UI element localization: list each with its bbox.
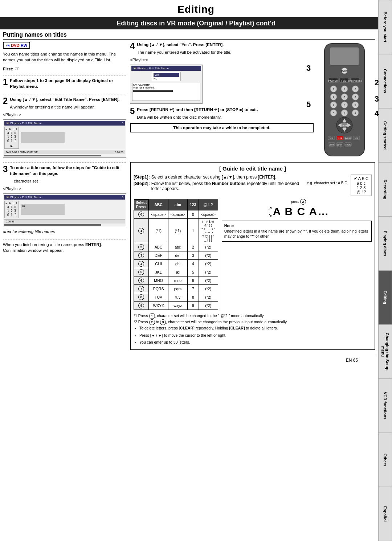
n123-6: 6: [188, 276, 199, 284]
playlist-screenshot-4: 📼 Playlist - Edit Title Name Yes No MY F…: [130, 65, 203, 104]
sym-7: (*2): [199, 284, 218, 293]
guide-title: [ Guide to edit title name ]: [134, 165, 372, 172]
svg-text:PWR: PWR: [341, 70, 348, 73]
page-wrapper: Editing Editing discs in VR mode (Origin…: [0, 0, 392, 367]
page-num-bar: EN 65: [3, 356, 375, 364]
sidebar-tab-editing[interactable]: Editing: [378, 270, 392, 324]
pb-time-3: 0:00:59: [6, 220, 14, 223]
sidebar-tab-vcr-functions[interactable]: VCR functions: [378, 379, 392, 433]
pb-bottom-2: JAN/ 1/06 1:00AM CH12 XP 0:00:59: [4, 150, 125, 154]
abc-line-4: @ ! ?: [5, 139, 18, 143]
sidebar-tab-recording[interactable]: Recording: [378, 162, 392, 216]
circ-6: 6: [138, 278, 144, 283]
table-row: 4 GHI ghi 4 (*2): [134, 259, 218, 268]
svg-rect-1: [330, 47, 359, 65]
abc-grid-2: ✔ A B C a b c 1 2 3 @ ! ?: [5, 128, 18, 143]
footnote-list: To delete letters, press [CLEAR] repeate…: [134, 325, 372, 345]
two-col-layout: VR DVD -RW You can name titles and chang…: [3, 42, 375, 353]
svg-text:3: 3: [355, 88, 356, 90]
pb-time-2: 0:00:59: [115, 151, 123, 153]
warning-text: This operation may take a while to be co…: [173, 126, 270, 130]
circ-3: 3: [138, 253, 144, 258]
playlist-screenshot-2: 📼 Playlist - Edit Title Name 3 ✔ A B C a…: [3, 119, 126, 158]
sidebar-tab-playing-discs[interactable]: Playing discs: [378, 216, 392, 270]
num-cell-3: 3: [134, 251, 149, 259]
svg-text:PLAY: PLAY: [342, 124, 347, 127]
n123-4: 4: [188, 259, 199, 268]
step2-number: 2: [3, 97, 8, 105]
mi-text: Mi: [22, 205, 25, 208]
pb-num-2: 3: [122, 122, 123, 125]
guide-step2-label: [Step2]:: [134, 181, 150, 191]
step4-text: Using [▲ / ▼], select "Yes". Press [ENTE…: [130, 42, 314, 48]
step2-bold: Using [▲ / ▼], select "Edit Title Name".…: [10, 97, 119, 102]
svg-text:2: 2: [344, 88, 345, 90]
n123-1: 1: [188, 218, 199, 243]
char-table: Select Press ABC abc 123 @ ! ?: [134, 199, 218, 310]
finish-text: When you finish entering a title name, p…: [3, 242, 126, 253]
guide-table-note-area: Select Press ABC abc 123 @ ! ?: [134, 199, 372, 310]
abca-text: A B C A…: [273, 205, 329, 218]
circ-2-press: 2: [300, 199, 306, 205]
down-arrow: ↘: [268, 212, 272, 218]
pb-bottom-3: 0:00:59: [4, 219, 125, 224]
remote-num-3: 3: [306, 63, 311, 73]
note-title: Note:: [224, 224, 234, 228]
pb2-title-4: 📼 Playlist - Edit Title Name: [131, 66, 201, 71]
circ-5: 5: [138, 269, 144, 275]
char-table-header: Select Press ABC abc 123 @ ! ?: [134, 199, 218, 210]
guide-steps-area: [Step1]: Select a desired character set …: [134, 175, 372, 196]
guide-table-area: Select Press ABC abc 123 @ ! ?: [134, 199, 218, 310]
step2-block: 2 Using [▲ / ▼], select "Edit Title Name…: [3, 97, 126, 159]
abc-lower-3: def: [168, 251, 187, 259]
up-arrow: ↗: [268, 205, 272, 211]
remote-num-3b: 3: [375, 94, 379, 104]
guide-box: [ Guide to edit title name ] [Step1]: Se…: [130, 162, 375, 350]
step2-text: Using [▲ / ▼], select "Edit Title Name".…: [3, 97, 126, 102]
wait-text: Wait for a moment.: [133, 86, 199, 89]
sidebar-tab-setup-menu[interactable]: Changing the Setup menu: [378, 325, 392, 379]
abc-9: WXYZ: [149, 301, 168, 310]
sidebar-tab-before-you-start[interactable]: Before you start: [378, 0, 392, 54]
abc-lower-7: pqrs: [168, 284, 187, 293]
num-cell-6: 6: [134, 276, 149, 284]
circ-8: 8: [138, 294, 144, 300]
abc-6: MNO: [149, 276, 168, 284]
sidebar-tab-others[interactable]: Others: [378, 433, 392, 487]
step3-char-set: character set: [14, 178, 126, 184]
sidebar-tab-getting-started[interactable]: Getting started: [378, 108, 392, 162]
abc-7: PQRS: [149, 284, 168, 293]
first-bold: First:: [3, 67, 13, 71]
svg-text:7: 7: [333, 104, 334, 106]
abc-line-1: ✔ A B C: [5, 128, 18, 131]
divider-3: [3, 162, 126, 163]
area-text: area for entering title names: [3, 229, 126, 234]
svg-text:STOP: STOP: [337, 137, 342, 139]
abc3-line-1: ✔ A B C: [5, 202, 18, 205]
footnote-5: You can enter up to 30 letters.: [139, 339, 372, 345]
sym-3: (*2): [199, 251, 218, 259]
remote-num-5: 5: [306, 100, 311, 109]
step3-bold: To enter a title name, follow the steps …: [10, 165, 119, 176]
abc-8: TUV: [149, 293, 168, 301]
circ-7: 7: [138, 286, 144, 292]
svg-text:SKIP: SKIP: [329, 137, 334, 139]
circ-2: 2: [138, 244, 144, 250]
abc-lower-5: jkl: [168, 268, 187, 276]
step1-bold: Follow steps 1 to 3 on page 64 to displa…: [10, 78, 113, 89]
pb2-text-area-4: MY FAVORITE Wait for a moment.: [132, 83, 200, 101]
svg-text:ZOOM: ZOOM: [337, 144, 343, 146]
table-row: 8 TUV tuv 8 (*2): [134, 293, 218, 301]
sidebar-tab-espanol[interactable]: Español: [378, 487, 392, 541]
table-row: 7 PQRS pqrs 7 (*2): [134, 284, 218, 293]
divider-1: [3, 75, 126, 75]
sym-0: <space>: [199, 210, 218, 218]
sidebar-tab-connections[interactable]: Connections: [378, 54, 392, 108]
abc-lower-0: <space>: [168, 210, 187, 218]
svg-text:SKIP: SKIP: [354, 137, 359, 139]
pb-num-3: 3: [122, 196, 123, 199]
abc-d4: @ ! ?: [354, 190, 368, 194]
num-cell-4: 4: [134, 259, 149, 268]
no-option: No: [154, 77, 179, 80]
sym-1: ! " # $ % & ' ( )* + , - . / : ; < = >? …: [199, 218, 218, 243]
